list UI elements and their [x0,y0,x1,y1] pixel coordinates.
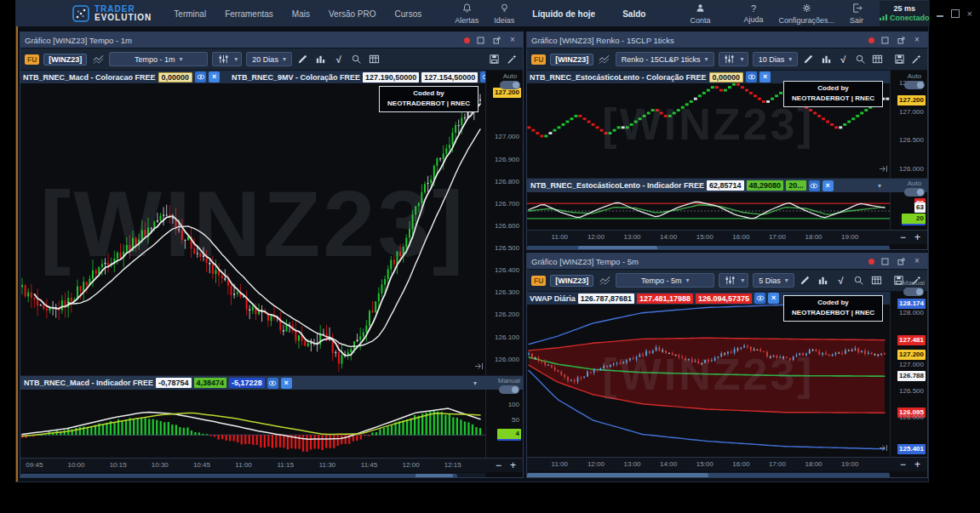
zoom-out-button[interactable]: − [496,459,501,471]
minimize-button[interactable] [937,15,943,17]
remove-indicator-icon[interactable]: × [281,378,292,389]
price-axis[interactable]: Auto127.200127.000126.900126.800126.7001… [486,71,523,375]
compare-icon[interactable] [598,274,611,288]
eye-icon[interactable] [267,378,278,389]
price-axis[interactable]: Auto127.500127.200127.000126.500126.000 [891,71,927,178]
auto-scale-toggle[interactable]: Auto [500,72,520,89]
time-ticks[interactable]: 11:0012:0013:0014:0015:0016:0017:0018:00… [527,458,890,471]
visibility-toggle-icon[interactable] [195,71,206,83]
data-panel-icon[interactable] [869,274,883,288]
zoom-icon[interactable] [350,53,364,66]
eye-icon[interactable] [754,293,765,304]
draw-tool-icon[interactable] [802,53,815,66]
remove-indicator-icon[interactable]: × [209,71,220,83]
chart-style-icon[interactable] [819,53,832,66]
save-template-icon[interactable] [487,53,501,66]
zoom-in-button[interactable]: + [914,459,920,470]
eye-icon[interactable] [809,180,820,191]
maximize-button[interactable] [879,256,891,266]
eye-icon[interactable] [746,71,757,83]
app-logo[interactable]: TRADER EVOLUTION [72,5,152,22]
range-dropdown[interactable]: 10 Dias▾ [753,52,799,66]
panel-titlebar[interactable]: Gráfico [WINZ23] Tempo - 1m× [20,32,523,48]
formula-icon[interactable]: √ [332,53,346,66]
formula-icon[interactable]: √ [837,53,850,66]
compare-icon[interactable] [598,53,610,66]
auto-scale-toggle[interactable]: Auto [904,72,925,89]
zoom-icon[interactable] [854,53,867,66]
panel-titlebar[interactable]: Gráfico [WINZ23] Tempo - 5m× [527,254,927,269]
data-panel-icon[interactable] [368,53,381,66]
popout-button[interactable] [895,35,907,45]
visibility-toggle-icon[interactable] [267,378,278,389]
panel-titlebar[interactable]: Gráfico [WINZ23] Renko - 15CLP 1ticks× [527,32,927,48]
draw-tool-icon[interactable] [799,274,812,288]
auto-scale-toggle[interactable]: Manual [498,377,520,394]
menu-item-mais[interactable]: Mais [292,9,310,19]
indicator-settings-dropdown[interactable]: ▾ [719,52,748,66]
h-scrollbar[interactable] [527,244,890,250]
maximize-button[interactable] [879,35,891,45]
menu-item-versao-pro[interactable]: Versão PRO [329,9,376,19]
chart-style-icon[interactable] [314,53,328,66]
price-chart[interactable]: [WINZ23]NTB_RNEC_Macd - Coloracao FREE0,… [20,71,486,375]
zoom-in-button[interactable]: + [914,231,920,243]
sub-chart[interactable] [20,390,486,458]
sub-chart[interactable] [527,192,891,230]
save-template-icon[interactable] [892,53,905,66]
draw-tool-icon[interactable] [296,53,310,66]
remove-indicator-icon[interactable]: × [759,71,771,83]
close-button[interactable]: × [911,35,923,45]
close-button[interactable]: × [967,9,972,19]
symbol-selector[interactable]: [WINZ23] [550,275,593,287]
symbol-selector[interactable]: [WINZ23] [43,54,87,66]
period-dropdown[interactable]: Renko - 15CL&P 1ticks▾ [616,52,714,66]
zoom-out-button[interactable]: − [900,459,906,470]
zoom-icon[interactable] [851,274,865,288]
scrollbar-thumb[interactable] [20,474,457,478]
menu-item-terminal[interactable]: Terminal [174,9,206,19]
auto-scale-toggle[interactable]: Manual [903,279,925,296]
auto-scale-toggle[interactable]: Auto [904,180,925,197]
go-to-realtime-icon[interactable] [474,358,484,373]
maximize-button[interactable] [474,35,486,45]
menu-item-cursos[interactable]: Cursos [395,9,422,19]
settings-button[interactable]: Configurações... [778,3,834,25]
close-button[interactable]: × [507,35,519,45]
time-ticks[interactable]: 09:4510:0010:1510:3010:4511:0011:1511:30… [20,459,485,472]
period-dropdown[interactable]: Tempo - 1m▾ [109,52,208,66]
go-to-realtime-icon[interactable] [879,161,888,176]
remove-indicator-icon[interactable]: × [768,293,779,304]
go-to-realtime-icon[interactable] [879,440,888,455]
h-scrollbar[interactable] [20,472,485,478]
popout-button[interactable] [490,35,502,45]
price-axis[interactable]: Manual128.174128.000127.481127.200127.00… [891,292,927,457]
compare-icon[interactable] [91,53,105,66]
magic-template-icon[interactable] [910,53,923,66]
range-dropdown[interactable]: 5 Dias▾ [753,273,794,288]
visibility-toggle-icon[interactable] [754,293,765,304]
symbol-selector[interactable]: [WINZ23] [550,54,593,66]
menu-item-ferramentas[interactable]: Ferramentas [225,9,273,19]
popout-button[interactable] [895,256,907,266]
visibility-toggle-icon[interactable] [809,180,820,191]
zoom-in-button[interactable]: + [510,459,516,471]
price-chart[interactable]: [WINZ23]NTB_RNEC_EstocásticoLento - Colo… [527,71,891,178]
restore-button[interactable] [951,9,960,18]
sub-price-axis[interactable]: Manual100504 [486,390,523,458]
data-panel-icon[interactable] [871,53,884,66]
remove-indicator-icon[interactable]: × [822,180,834,191]
eye-icon[interactable] [195,71,206,83]
sub-price-axis[interactable]: Auto806320 [891,192,927,230]
indicator-settings-dropdown[interactable]: ▾ [212,52,242,66]
alerts-button[interactable]: Alertas [455,3,479,25]
visibility-toggle-icon[interactable] [746,71,757,83]
magic-template-icon[interactable] [505,53,519,66]
connection-widget[interactable]: 25 ms Conectado [880,1,930,26]
h-scrollbar[interactable] [527,471,890,478]
formula-icon[interactable]: √ [834,274,848,288]
visibility-toggle-icon[interactable] [480,71,486,83]
close-button[interactable]: × [911,256,923,266]
exit-button[interactable]: Sair [850,3,863,25]
account-button[interactable]: Conta [690,3,710,25]
